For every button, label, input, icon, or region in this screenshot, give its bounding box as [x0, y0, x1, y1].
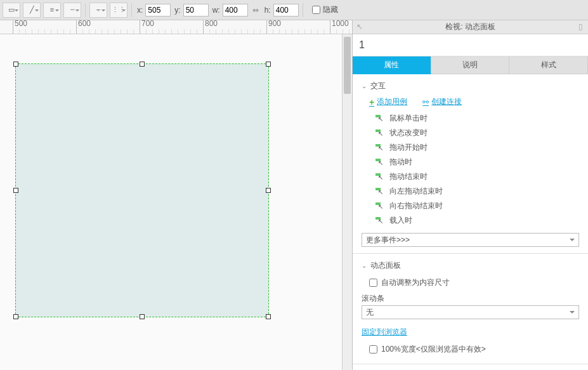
hidden-label: 隐藏	[323, 4, 338, 15]
resize-handle-bl[interactable]	[13, 314, 18, 319]
event-list: 鼠标单击时状态改变时拖动开始时拖动时拖动结束时向左拖动结束时向右拖动结束时载入时	[353, 111, 588, 228]
event-label: 鼠标单击时	[389, 113, 428, 124]
more-events-label: 更多事件>>>	[366, 235, 410, 246]
resize-handle-tm[interactable]	[140, 62, 145, 67]
inspector-body: ⌄ 交互 + 添加用例 ⚯ 创建连接 鼠标单击时状态改变时拖动开始时拖动时拖动结…	[353, 74, 588, 370]
tab-notes[interactable]: 说明	[431, 56, 510, 74]
fit-content-checkbox[interactable]	[369, 279, 377, 287]
h-label: h:	[265, 6, 271, 15]
ruler-horizontal: 5006007008009001000	[0, 20, 352, 34]
event-icon	[376, 159, 384, 166]
event-icon	[376, 188, 384, 195]
event-item[interactable]: 载入时	[376, 213, 579, 228]
link-icon: ⚯	[422, 98, 429, 107]
document-icon[interactable]: ▯	[578, 22, 583, 31]
inspector-header: ↖ 检视: 动态面板 ▯	[353, 20, 588, 34]
hidden-checkbox-wrap[interactable]: 隐藏	[312, 4, 338, 15]
event-label: 拖动时	[389, 157, 412, 168]
toolbar-separator	[131, 3, 132, 17]
event-item[interactable]: 向左拖动结束时	[376, 184, 579, 199]
section-dynamic-panel: ⌄ 动态面板 自动调整为内容尺寸 滚动条 无 固定到浏览器	[353, 254, 588, 364]
event-item[interactable]: 向右拖动结束时	[376, 199, 579, 213]
distribute-button[interactable]: ⋮⋮	[110, 3, 127, 18]
lock-aspect-icon[interactable]: ⇔	[251, 5, 261, 15]
fill-color-button[interactable]: ▭	[3, 3, 20, 18]
h-input[interactable]	[273, 4, 299, 17]
create-link-label: 创建连接	[431, 96, 462, 107]
fit-content-label: 自动调整为内容尺寸	[381, 277, 450, 288]
resize-handle-br[interactable]	[266, 314, 271, 319]
resize-handle-tl[interactable]	[13, 62, 18, 67]
event-label: 载入时	[389, 215, 412, 226]
line-width-button[interactable]: ≡	[43, 3, 61, 18]
plus-icon: +	[369, 97, 374, 107]
chevron-down-icon: ⌄	[362, 83, 367, 89]
y-label: y:	[174, 6, 180, 15]
toolbar-separator	[85, 3, 86, 17]
section-interaction: ⌄ 交互 + 添加用例 ⚯ 创建连接 鼠标单击时状态改变时拖动开始时拖动时拖动结…	[353, 74, 588, 254]
event-label: 拖动结束时	[389, 171, 428, 182]
align-button[interactable]: ⫟	[89, 3, 107, 18]
add-case-link[interactable]: + 添加用例	[369, 96, 407, 107]
chevron-down-icon	[570, 239, 575, 244]
inspector-title: 检视: 动态面板	[445, 22, 495, 32]
event-icon	[376, 173, 384, 181]
event-icon	[376, 129, 384, 137]
resize-handle-bm[interactable]	[140, 314, 145, 319]
event-icon	[376, 144, 384, 152]
event-item[interactable]: 鼠标单击时	[376, 111, 579, 126]
tab-style[interactable]: 样式	[509, 56, 588, 74]
event-item[interactable]: 状态改变时	[376, 126, 579, 140]
w-input[interactable]	[223, 4, 248, 17]
scrollbar-select[interactable]: 无	[362, 305, 579, 319]
section-dynamic-panel-header[interactable]: ⌄ 动态面板	[353, 259, 588, 275]
x-input[interactable]	[145, 4, 171, 17]
section-interaction-title: 交互	[370, 81, 386, 91]
inspector-tabs: 属性 说明 样式	[353, 56, 588, 74]
event-icon	[376, 115, 384, 122]
event-item[interactable]: 拖动结束时	[376, 169, 579, 184]
pin-browser-link[interactable]: 固定到浏览器	[362, 327, 407, 336]
full-width-label: 100%宽度<仅限浏览器中有效>	[381, 344, 486, 355]
event-icon	[376, 217, 384, 225]
section-dynamic-panel-title: 动态面板	[370, 260, 401, 271]
event-item[interactable]: 拖动时	[376, 155, 579, 169]
ruler-tick: 1000	[330, 20, 349, 34]
more-events-select[interactable]: 更多事件>>>	[362, 233, 579, 247]
w-label: w:	[212, 6, 220, 15]
event-item[interactable]: 拖动开始时	[376, 140, 579, 155]
event-icon	[376, 202, 384, 210]
resize-handle-ml[interactable]	[13, 188, 18, 193]
section-interaction-header[interactable]: ⌄ 交互	[353, 79, 588, 95]
canvas-scrollbar[interactable]	[342, 34, 352, 370]
collapse-icon[interactable]: ↖	[356, 22, 363, 31]
inspector-panel: ↖ 检视: 动态面板 ▯ 1 属性 说明 样式 ⌄ 交互 + 添加用例	[352, 20, 588, 370]
event-label: 拖动开始时	[389, 142, 428, 153]
scrollbar-thumb[interactable]	[344, 37, 351, 94]
state-name[interactable]: 1	[353, 34, 588, 56]
scrollbar-value: 无	[366, 307, 374, 318]
event-label: 向左拖动结束时	[389, 186, 443, 197]
toolbar: ▭ ╱ ≡ ┄ ⫟ ⋮⋮ x: y: w: ⇔ h: 隐藏	[0, 0, 588, 20]
selected-widget[interactable]	[15, 63, 269, 317]
event-label: 状态改变时	[389, 128, 428, 138]
toolbar-separator	[303, 3, 303, 17]
line-color-button[interactable]: ╱	[23, 3, 41, 18]
full-width-checkbox[interactable]	[369, 345, 377, 353]
tab-properties[interactable]: 属性	[353, 56, 431, 74]
line-style-button[interactable]: ┄	[63, 3, 81, 18]
event-label: 向右拖动结束时	[389, 201, 443, 211]
create-link[interactable]: ⚯ 创建连接	[422, 96, 462, 107]
resize-handle-mr[interactable]	[266, 188, 271, 193]
canvas[interactable]	[0, 34, 352, 370]
chevron-down-icon: ⌄	[362, 262, 367, 269]
scrollbar-label: 滚动条	[353, 291, 588, 305]
canvas-area: 5006007008009001000	[0, 20, 352, 370]
add-case-label: 添加用例	[377, 96, 407, 107]
x-label: x:	[137, 6, 143, 15]
chevron-down-icon	[570, 311, 575, 316]
y-input[interactable]	[183, 4, 209, 17]
resize-handle-tr[interactable]	[266, 62, 271, 67]
hidden-checkbox[interactable]	[312, 6, 320, 14]
